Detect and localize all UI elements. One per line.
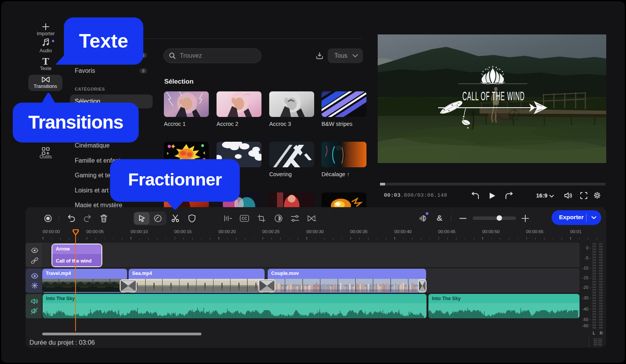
svg-text:CALL OF THE WIND: CALL OF THE WIND [462,89,525,103]
